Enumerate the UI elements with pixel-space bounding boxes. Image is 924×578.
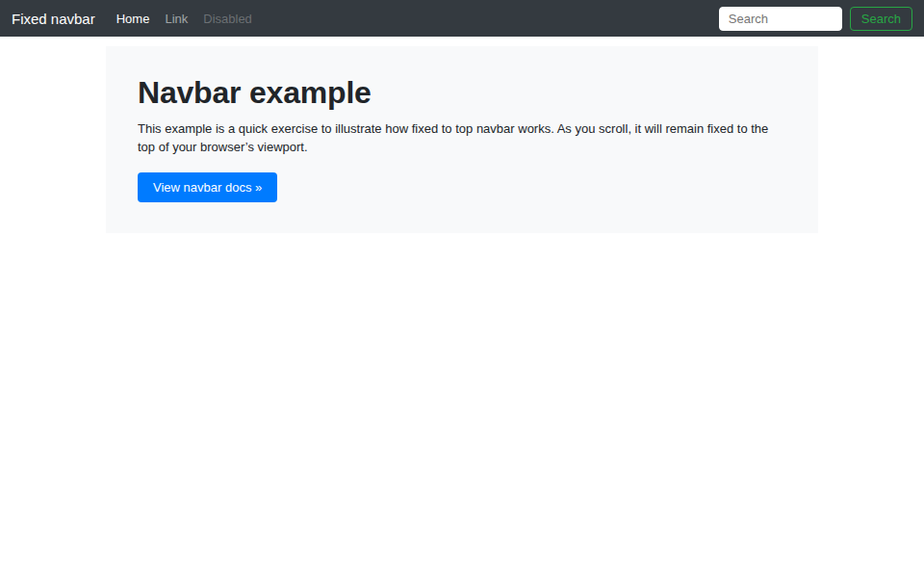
intro-text: This example is a quick exercise to illu… [138, 119, 786, 156]
main-content: Navbar example This example is a quick e… [106, 46, 818, 233]
nav-link-disabled: Disabled [195, 12, 260, 26]
navbar-nav: Home Link Disabled [109, 10, 260, 27]
search-input[interactable] [719, 7, 842, 31]
page-title: Navbar example [138, 74, 786, 111]
nav-link-home[interactable]: Home [109, 12, 158, 26]
top-navbar: Fixed navbar Home Link Disabled Search [0, 0, 924, 37]
jumbotron: Navbar example This example is a quick e… [106, 46, 818, 233]
page: Fixed navbar Home Link Disabled Search N… [0, 0, 924, 578]
search-button[interactable]: Search [850, 7, 912, 31]
search-form: Search [719, 7, 912, 31]
navbar-brand[interactable]: Fixed navbar [12, 11, 95, 27]
nav-link-link[interactable]: Link [157, 12, 195, 26]
view-navbar-docs-button[interactable]: View navbar docs » [138, 172, 277, 202]
